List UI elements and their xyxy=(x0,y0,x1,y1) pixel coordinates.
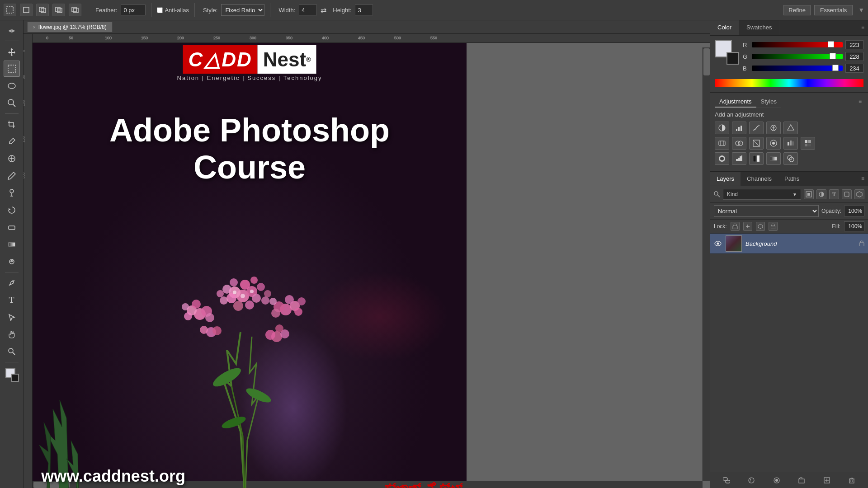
curves-btn[interactable] xyxy=(749,122,764,134)
clone-stamp-tool[interactable] xyxy=(4,185,20,201)
color-panel-arrow[interactable]: ≡ xyxy=(858,20,868,35)
selection-tool[interactable] xyxy=(4,309,20,325)
refine-button[interactable]: Refine xyxy=(783,5,811,15)
zoom-tool[interactable] xyxy=(4,343,20,360)
pen-tool[interactable] xyxy=(4,275,20,291)
exposure-btn[interactable] xyxy=(766,122,781,134)
color-balance-btn[interactable] xyxy=(732,137,746,150)
color-swatches-preview[interactable] xyxy=(715,40,739,65)
brush-tool[interactable] xyxy=(4,168,20,184)
dodge-tool[interactable] xyxy=(4,253,20,270)
posterize-btn[interactable] xyxy=(732,152,746,165)
style-select[interactable]: Fixed Ratio Normal Fixed Size xyxy=(221,4,264,16)
background-layer-row[interactable]: Background xyxy=(710,234,868,254)
r-slider[interactable] xyxy=(752,42,843,47)
tool-new-btn[interactable] xyxy=(20,4,33,16)
b-slider[interactable] xyxy=(752,66,843,71)
channels-tab[interactable]: Channels xyxy=(741,172,778,186)
channel-mixer-btn[interactable] xyxy=(783,137,798,150)
gradient-map-btn[interactable] xyxy=(766,152,781,165)
height-input[interactable] xyxy=(355,5,373,15)
eyedropper-tool[interactable] xyxy=(4,133,20,150)
layers-panel-arrow[interactable]: ≡ xyxy=(858,172,868,186)
scroll-thumb-right[interactable] xyxy=(703,48,710,75)
delete-layer-btn[interactable] xyxy=(847,475,857,485)
hand-tool[interactable] xyxy=(4,326,20,343)
r-value[interactable] xyxy=(845,40,863,49)
bg-color-swatch[interactable] xyxy=(726,52,739,65)
tab-close-btn[interactable]: × xyxy=(33,25,36,30)
layer-visibility-eye[interactable] xyxy=(714,239,722,248)
new-layer-btn[interactable] xyxy=(822,475,832,485)
scroll-bar-right[interactable] xyxy=(703,47,710,481)
text-tool[interactable]: T xyxy=(4,292,20,308)
tool-intersect-btn[interactable] xyxy=(52,4,65,16)
selective-color-btn[interactable] xyxy=(783,152,798,165)
essentials-button[interactable]: Essentials xyxy=(814,5,853,15)
styles-tab[interactable]: Styles xyxy=(756,96,781,108)
g-value[interactable] xyxy=(845,52,863,61)
g-thumb[interactable] xyxy=(830,53,836,59)
photo-filter-btn[interactable] xyxy=(766,137,781,150)
color-picker[interactable] xyxy=(4,366,20,383)
eraser-tool[interactable] xyxy=(4,219,20,235)
invert-btn[interactable] xyxy=(715,152,729,165)
width-input[interactable] xyxy=(299,5,317,15)
smart-filter-icon[interactable] xyxy=(854,189,864,199)
lock-position-icon[interactable] xyxy=(743,222,752,231)
crop-tool[interactable] xyxy=(4,116,20,132)
pixel-filter-icon[interactable] xyxy=(804,189,814,199)
panel-toggle-btn[interactable]: ◀▶ xyxy=(4,22,20,38)
lasso-tool[interactable] xyxy=(4,78,20,94)
quick-select-tool[interactable] xyxy=(4,95,20,111)
brightness-contrast-btn[interactable] xyxy=(715,122,729,134)
add-mask-btn[interactable] xyxy=(772,475,782,485)
swatches-tab[interactable]: Swatches xyxy=(739,20,779,35)
marquee-tool-sidebar[interactable] xyxy=(4,61,20,77)
essentials-dropdown-icon[interactable]: ▼ xyxy=(858,6,864,14)
lock-artboards-icon[interactable] xyxy=(756,222,765,231)
shape-filter-icon[interactable] xyxy=(842,189,852,199)
fill-input[interactable] xyxy=(844,221,864,231)
b-value[interactable] xyxy=(845,64,863,73)
feather-input[interactable] xyxy=(121,5,146,15)
gradient-tool[interactable] xyxy=(4,236,20,253)
adj-panel-arrow[interactable]: ≡ xyxy=(857,96,863,108)
kind-filter[interactable]: Kind ▼ xyxy=(723,189,801,200)
opacity-input[interactable] xyxy=(844,206,864,216)
vibrance-btn[interactable] xyxy=(783,122,798,134)
levels-btn[interactable] xyxy=(732,122,746,134)
paths-tab[interactable]: Paths xyxy=(778,172,806,186)
adjustment-filter-icon[interactable] xyxy=(816,189,826,199)
history-brush-tool[interactable] xyxy=(4,202,20,218)
color-spectrum[interactable] xyxy=(715,79,863,87)
color-tab[interactable]: Color xyxy=(710,20,739,35)
tool-subtract-btn[interactable] xyxy=(36,4,49,16)
blend-mode-select[interactable]: Normal Dissolve Multiply Screen Overlay xyxy=(714,205,819,217)
g-slider[interactable] xyxy=(752,54,843,59)
swap-icon[interactable]: ⇄ xyxy=(321,6,326,14)
svg-point-54 xyxy=(240,280,250,290)
layers-tab[interactable]: Layers xyxy=(710,172,741,186)
hue-sat-btn[interactable] xyxy=(715,137,729,150)
b-thumb[interactable] xyxy=(832,65,839,71)
color-lookup-btn[interactable] xyxy=(801,137,815,150)
lock-all-icon[interactable] xyxy=(769,222,778,231)
link-layers-btn[interactable] xyxy=(722,475,731,485)
new-group-btn[interactable] xyxy=(797,475,807,485)
lock-pixels-icon[interactable] xyxy=(731,222,740,231)
marquee-tool-btn[interactable] xyxy=(4,4,16,16)
type-filter-icon[interactable]: T xyxy=(829,189,839,199)
bw-btn[interactable] xyxy=(749,137,764,150)
antialias-checkbox[interactable] xyxy=(157,7,163,13)
threshold-btn[interactable] xyxy=(749,152,764,165)
add-style-btn[interactable]: f xyxy=(746,475,756,485)
tool-exclude-btn[interactable] xyxy=(69,4,81,16)
heal-tool[interactable] xyxy=(4,150,20,167)
r-thumb[interactable] xyxy=(828,41,834,47)
document-tab[interactable]: × flower.jpg @ 13.7% (RGB/8) xyxy=(27,22,113,32)
adjustments-tab[interactable]: Adjustments xyxy=(715,96,756,108)
move-tool[interactable] xyxy=(4,43,20,60)
bg-color[interactable] xyxy=(11,374,19,382)
antialias-label[interactable]: Anti-alias xyxy=(157,7,189,14)
